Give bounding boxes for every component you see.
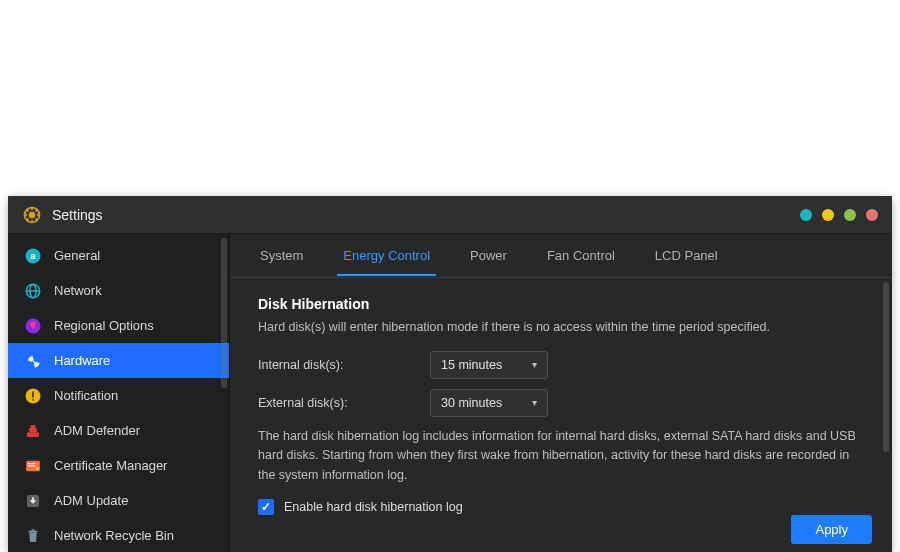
svg-rect-10 [27, 432, 39, 437]
svg-point-16 [36, 466, 39, 469]
tab-system[interactable]: System [254, 236, 309, 275]
sidebar-item-update[interactable]: ADM Update [8, 483, 229, 518]
window-body: a General Network Regional Options Hardw… [8, 234, 892, 552]
window-title: Settings [52, 207, 103, 223]
window-close-icon[interactable] [866, 209, 878, 221]
svg-rect-9 [32, 399, 34, 401]
settings-icon [22, 205, 42, 225]
sidebar-item-label: Certificate Manager [54, 458, 167, 473]
internal-disk-label: Internal disk(s): [258, 358, 430, 372]
tab-energy-control[interactable]: Energy Control [337, 236, 436, 275]
chevron-down-icon: ▾ [532, 397, 537, 408]
external-disk-value: 30 minutes [441, 396, 502, 410]
sidebar-item-notification[interactable]: Notification [8, 378, 229, 413]
sidebar-scrollbar[interactable] [221, 238, 227, 388]
sidebar-item-label: General [54, 248, 100, 263]
window-controls [800, 209, 878, 221]
internal-disk-value: 15 minutes [441, 358, 502, 372]
tab-fan-control[interactable]: Fan Control [541, 236, 621, 275]
window-min-icon[interactable] [800, 209, 812, 221]
sidebar-item-network[interactable]: Network [8, 273, 229, 308]
internal-disk-row: Internal disk(s): 15 minutes ▾ [258, 351, 864, 379]
external-disk-label: External disk(s): [258, 396, 430, 410]
sidebar-item-label: ADM Defender [54, 423, 140, 438]
section-description: Hard disk(s) will enter hibernation mode… [258, 318, 864, 337]
sidebar-item-label: Network Recycle Bin [54, 528, 174, 543]
external-disk-row: External disk(s): 30 minutes ▾ [258, 389, 864, 417]
svg-rect-15 [28, 465, 36, 466]
sidebar: a General Network Regional Options Hardw… [8, 234, 230, 552]
sidebar-item-label: Regional Options [54, 318, 154, 333]
tab-lcd-panel[interactable]: LCD Panel [649, 236, 724, 275]
external-disk-select[interactable]: 30 minutes ▾ [430, 389, 548, 417]
update-icon [24, 492, 42, 510]
sidebar-item-regional[interactable]: Regional Options [8, 308, 229, 343]
certificate-icon [24, 457, 42, 475]
svg-rect-12 [31, 425, 36, 428]
hardware-icon [24, 352, 42, 370]
svg-rect-8 [32, 391, 34, 397]
content-scrollbar[interactable] [883, 282, 889, 452]
titlebar: Settings [8, 196, 892, 234]
network-icon [24, 282, 42, 300]
sidebar-item-label: ADM Update [54, 493, 128, 508]
chevron-down-icon: ▾ [532, 359, 537, 370]
svg-rect-18 [29, 530, 38, 532]
internal-disk-select[interactable]: 15 minutes ▾ [430, 351, 548, 379]
defender-icon [24, 422, 42, 440]
recycle-icon [24, 527, 42, 545]
svg-rect-14 [28, 463, 36, 464]
enable-log-checkbox[interactable]: ✓ [258, 499, 274, 515]
svg-point-1 [30, 212, 35, 217]
svg-rect-11 [29, 428, 37, 433]
enable-log-row[interactable]: ✓ Enable hard disk hibernation log [258, 499, 864, 515]
tab-power[interactable]: Power [464, 236, 513, 275]
notification-icon [24, 387, 42, 405]
window-max-icon[interactable] [822, 209, 834, 221]
sidebar-item-label: Hardware [54, 353, 110, 368]
sidebar-item-hardware[interactable]: Hardware [8, 343, 229, 378]
apply-button[interactable]: Apply [791, 515, 872, 544]
energy-panel: Disk Hibernation Hard disk(s) will enter… [230, 278, 892, 552]
settings-window: Settings a General Network Regional [8, 196, 892, 552]
sidebar-item-general[interactable]: a General [8, 238, 229, 273]
svg-rect-19 [32, 529, 35, 531]
sidebar-item-defender[interactable]: ADM Defender [8, 413, 229, 448]
content-area: System Energy Control Power Fan Control … [230, 234, 892, 552]
sidebar-item-certificate[interactable]: Certificate Manager [8, 448, 229, 483]
general-icon: a [24, 247, 42, 265]
tab-bar: System Energy Control Power Fan Control … [230, 234, 892, 278]
sidebar-item-label: Notification [54, 388, 118, 403]
log-info-text: The hard disk hibernation log includes i… [258, 427, 864, 485]
sidebar-item-label: Network [54, 283, 102, 298]
sidebar-item-recycle[interactable]: Network Recycle Bin [8, 518, 229, 552]
sidebar-list: a General Network Regional Options Hardw… [8, 234, 229, 552]
enable-log-label: Enable hard disk hibernation log [284, 500, 463, 514]
window-help-icon[interactable] [844, 209, 856, 221]
section-title: Disk Hibernation [258, 296, 864, 312]
regional-icon [24, 317, 42, 335]
footer: Apply [791, 515, 872, 544]
